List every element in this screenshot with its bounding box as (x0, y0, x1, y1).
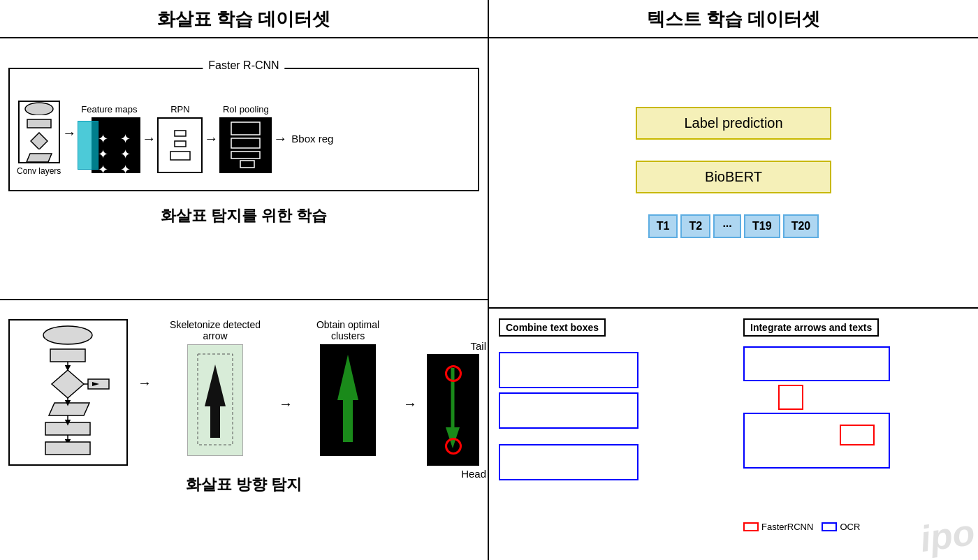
svg-marker-17 (49, 403, 89, 415)
left-section-header: 화살표 학습 데이터셋 (0, 0, 488, 38)
arrow-right-3: → (204, 131, 218, 147)
combine-group-2 (499, 444, 727, 480)
bottom-left-title: 화살표 방향 탐지 (8, 474, 479, 495)
watermark: ipo (917, 511, 977, 560)
roi-box (219, 117, 272, 173)
svg-rect-10 (240, 161, 254, 168)
feature-map-cyan (78, 121, 98, 170)
legend-faster-icon (743, 522, 759, 531)
faster-rcnn-label: Faster R-CNN (203, 59, 284, 72)
bottom-right-panel: Combine text boxes Integrate arrows and … (489, 309, 978, 561)
feature-maps-visual: ✦ ✦✦ ✦✦ ✦ (78, 117, 140, 173)
tokens-row: T1 T2 ··· T19 T20 (648, 214, 819, 238)
flowchart-bottom-svg (14, 325, 122, 460)
integrate-section: Integrate arrows and texts (736, 309, 978, 561)
legend-ocr-label: OCR (840, 522, 860, 532)
legend-ocr-item: OCR (822, 522, 860, 532)
rpn-small-rect2 (174, 140, 187, 147)
integrate-blue-rect-1 (743, 346, 890, 381)
top-left-panel: Faster R-CNN Conv layers → (0, 38, 488, 300)
svg-point-0 (25, 103, 53, 115)
token-t1: T1 (648, 214, 678, 238)
integrate-red-rect-1 (778, 385, 803, 410)
roi-label: RoI pooling (223, 104, 269, 115)
tail-head-wrapper: Tail Head (427, 354, 479, 466)
right-section-header: 텍스트 학습 데이터셋 (489, 0, 978, 38)
roi-col: RoI pooling (219, 104, 272, 173)
arrow-right-bottom-3: → (403, 396, 417, 412)
token-t2: T2 (680, 214, 710, 238)
integrate-title: Integrate arrows and texts (743, 318, 879, 337)
arrow-right-bottom-2: → (279, 396, 293, 412)
svg-marker-3 (27, 154, 52, 162)
integrate-blue-rect-2 (743, 413, 890, 469)
svg-rect-7 (231, 122, 260, 135)
obtain-arrow-svg (330, 351, 365, 449)
arrow-right-2: → (142, 131, 156, 147)
faster-rcnn-box: Faster R-CNN Conv layers → (8, 68, 479, 191)
right-half: 텍스트 학습 데이터셋 Label prediction BioBERT T1 … (489, 0, 978, 560)
svg-rect-6 (170, 152, 190, 160)
head-label: Head (461, 468, 486, 480)
conv-layers-label: Conv layers (17, 166, 61, 176)
bbox-label: Bbox reg (291, 133, 333, 145)
svg-rect-22 (45, 442, 90, 455)
blue-rect-3 (499, 444, 638, 480)
token-t20: T20 (783, 214, 819, 238)
legend-ocr-icon (822, 522, 837, 531)
diagram-row: Conv layers → Feature maps ✦ ✦✦ ✦✦ ✦ (17, 101, 471, 176)
biobert-text: BioBERT (705, 169, 762, 184)
flowchart-shapes-box (18, 101, 60, 163)
tail-head-box (427, 354, 479, 466)
rpn-small-rect (174, 130, 187, 137)
rpn-large-rect (170, 151, 191, 161)
skeletonize-label: Skeletonize detected arrow (161, 319, 269, 341)
svg-rect-1 (27, 119, 51, 128)
skeletonize-arrow-svg (194, 351, 236, 448)
arrow-right-1: → (62, 125, 76, 141)
token-t19: T19 (744, 214, 780, 238)
main-container: 화살표 학습 데이터셋 Faster R-CNN Conv layers (0, 0, 978, 560)
bbox-col: Bbox reg (289, 133, 333, 145)
bottom-left-panel: → Skeletonize detected arrow (0, 300, 488, 561)
legend-faster-item: FasterRCNN (743, 522, 813, 532)
svg-rect-5 (175, 141, 186, 147)
label-prediction-box: Label prediction (636, 107, 831, 140)
combine-section: Combine text boxes (489, 309, 736, 561)
biobert-box: BioBERT (636, 161, 831, 193)
flowchart-col: Conv layers (17, 101, 61, 176)
blue-rect-1 (499, 352, 638, 388)
feature-map-dots: ✦ ✦✦ ✦✦ ✦ (92, 117, 140, 177)
skeletonize-col: Skeletonize detected arrow (161, 319, 269, 456)
svg-point-11 (43, 326, 92, 344)
svg-marker-26 (205, 364, 226, 438)
flowchart-bottom-box (8, 319, 128, 466)
rect-shape (27, 119, 52, 128)
arrow-right-bottom-1: → (138, 375, 152, 391)
feature-maps-col: Feature maps ✦ ✦✦ ✦✦ ✦ (78, 104, 140, 173)
svg-marker-27 (337, 355, 358, 442)
left-half: 화살표 학습 데이터셋 Faster R-CNN Conv layers (0, 0, 489, 560)
combine-boxes (499, 352, 727, 480)
label-prediction-text: Label prediction (684, 115, 782, 131)
skeletonize-box (187, 344, 243, 456)
svg-rect-9 (231, 152, 260, 159)
rpn-box (157, 117, 203, 173)
integrate-red-rect-2 (840, 425, 875, 445)
oval-shape (24, 102, 54, 115)
top-left-title: 화살표 탐지를 위한 학습 (8, 205, 479, 226)
svg-rect-12 (50, 349, 85, 362)
head-circle (445, 438, 462, 455)
parallelogram-shape (26, 153, 52, 162)
arrow-detect-row: → Skeletonize detected arrow (8, 319, 479, 466)
arrow-right-4: → (273, 131, 287, 147)
svg-marker-14 (52, 370, 84, 398)
feature-map-black: ✦ ✦✦ ✦✦ ✦ (92, 117, 140, 173)
svg-rect-19 (45, 422, 90, 435)
top-right-panel: Label prediction BioBERT T1 T2 ··· T19 T… (489, 38, 978, 309)
combine-title: Combine text boxes (499, 318, 606, 337)
integrate-visual (743, 346, 897, 486)
token-ellipsis: ··· (713, 214, 741, 238)
obtain-box (320, 344, 376, 456)
legend-row: FasterRCNN OCR (743, 522, 860, 532)
